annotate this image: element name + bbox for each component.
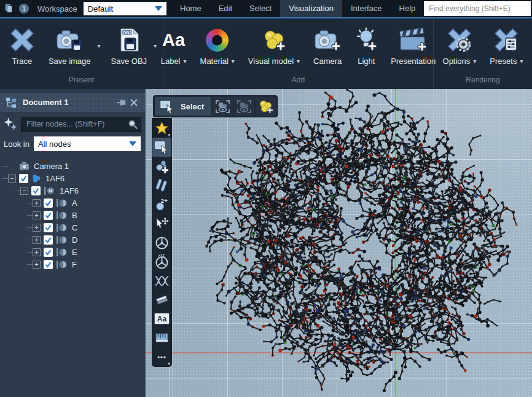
label-aa-icon: Aa bbox=[162, 31, 185, 49]
tree-node-label: E bbox=[72, 248, 77, 257]
chevron-down-icon bbox=[155, 6, 162, 11]
chain-icon bbox=[56, 198, 68, 208]
svg-text:2+: 2+ bbox=[161, 197, 168, 204]
more-tools-button[interactable]: •••▾ bbox=[152, 347, 171, 366]
tree-row-d-6[interactable]: +D bbox=[0, 234, 145, 246]
menu-home[interactable]: Home bbox=[171, 0, 210, 17]
visibility-checkbox[interactable] bbox=[31, 186, 41, 195]
ribbon-button-label: Options bbox=[443, 57, 471, 66]
pin-panel-button[interactable] bbox=[115, 96, 128, 109]
tree-row-camera-1-0[interactable]: Camera 1 bbox=[0, 160, 145, 172]
chevron-down-icon bbox=[129, 141, 136, 146]
bonds-tool-button[interactable] bbox=[152, 176, 171, 195]
rotate-navigation-tool-button[interactable] bbox=[152, 233, 171, 252]
look-in-dropdown[interactable]: All nodes bbox=[34, 136, 141, 151]
camera-add-icon bbox=[314, 28, 341, 52]
select-mode-button[interactable]: Select bbox=[155, 97, 211, 116]
menu-interface[interactable]: Interface bbox=[342, 0, 391, 17]
atoms-eye-icon bbox=[215, 100, 230, 114]
add-atom-icon bbox=[155, 159, 169, 173]
ribbon-button-light[interactable]: Light bbox=[350, 23, 383, 68]
tree-row-1af6-2[interactable]: −M1AF6 bbox=[0, 184, 145, 197]
ribbon-button-label: Save OBJ bbox=[111, 57, 147, 66]
visibility-checkbox[interactable] bbox=[44, 260, 53, 269]
charge-2plus-icon: 2+ bbox=[155, 197, 169, 211]
ribbon-button-camera[interactable]: Camera bbox=[308, 23, 347, 68]
ribbon-button-label: Presets bbox=[490, 57, 517, 66]
visibility-checkbox[interactable] bbox=[44, 235, 53, 245]
workspace-label: Workspace bbox=[37, 4, 77, 14]
expand-icon[interactable]: + bbox=[33, 248, 41, 256]
collapse-icon[interactable]: − bbox=[20, 187, 28, 195]
xyz-navigation-tool-button[interactable]: XYZ bbox=[152, 252, 171, 271]
move-tool-button[interactable] bbox=[152, 214, 171, 233]
ribbon-button-presets[interactable]: Presets▾ bbox=[484, 23, 528, 68]
visibility-checkbox[interactable] bbox=[19, 174, 28, 183]
ruler-tool-button[interactable] bbox=[152, 328, 171, 347]
tree-row-1af6-1[interactable]: −1AF6 bbox=[0, 172, 145, 184]
ribbon-button-save-obj[interactable]: OBJ Save OBJ ▾ bbox=[106, 23, 160, 68]
ribbon-button-visual-model[interactable]: Visual model▾ bbox=[243, 23, 305, 68]
ribbon-button-options[interactable]: Options▾ bbox=[437, 23, 482, 68]
add-atom-tool-button[interactable] bbox=[152, 157, 171, 176]
show-atoms-selection-button[interactable] bbox=[213, 97, 233, 116]
ruler-icon bbox=[155, 332, 169, 344]
chain-icon bbox=[56, 223, 68, 232]
tree-node-label: Camera 1 bbox=[34, 162, 69, 171]
menu-select[interactable]: Select bbox=[241, 0, 280, 17]
tree-connector bbox=[2, 178, 8, 179]
tree-connector bbox=[27, 215, 33, 216]
menu-edit[interactable]: Edit bbox=[210, 0, 241, 17]
ribbon-button-trace[interactable]: Trace bbox=[4, 23, 41, 68]
add-visual-model-button[interactable] bbox=[256, 97, 276, 116]
ribbon-button-label[interactable]: Aa Label▾ bbox=[155, 23, 192, 68]
ribbon-group-add: Aa Label▾ Material▾ Visual model▾ Camera… bbox=[163, 18, 434, 89]
visibility-checkbox[interactable] bbox=[44, 198, 53, 208]
ribbon-toolbar: Trace Save image ▾OBJ Save OBJ ▾PresentA… bbox=[0, 18, 532, 89]
label-tool-button[interactable]: Aa bbox=[152, 309, 171, 328]
eraser-tool-button[interactable] bbox=[152, 290, 171, 309]
twist-helix-tool-button[interactable] bbox=[152, 271, 171, 290]
expand-icon[interactable]: + bbox=[33, 211, 41, 219]
menu-visualization[interactable]: Visualization bbox=[280, 0, 342, 17]
look-in-value: All nodes bbox=[38, 140, 71, 149]
tree-connector bbox=[27, 240, 33, 240]
expand-icon[interactable]: + bbox=[33, 261, 41, 269]
tree-row-c-5[interactable]: +C bbox=[0, 221, 145, 234]
expand-icon[interactable]: + bbox=[33, 224, 41, 232]
tree-node-label: D bbox=[72, 235, 77, 245]
favorites-star-button[interactable]: ▾ bbox=[152, 119, 171, 138]
magnifier-icon[interactable] bbox=[128, 119, 138, 130]
expand-icon[interactable]: + bbox=[33, 236, 41, 244]
tree-row-e-7[interactable]: +E bbox=[0, 246, 145, 258]
molecule-render[interactable] bbox=[146, 89, 531, 397]
nav-wheel-icon bbox=[155, 235, 169, 250]
ribbon-group-rendering: Options▾ Presets▾ Rendering bbox=[434, 18, 532, 89]
collapse-icon[interactable]: − bbox=[8, 175, 16, 183]
expand-icon[interactable]: + bbox=[33, 199, 41, 207]
tree-node-label: 1AF6 bbox=[45, 174, 65, 183]
tree-row-f-8[interactable]: +F bbox=[0, 258, 145, 270]
visibility-checkbox[interactable] bbox=[44, 223, 53, 232]
charge-tool-button[interactable]: 2+ bbox=[152, 195, 171, 214]
tree-row-b-4[interactable]: +B bbox=[0, 209, 145, 221]
workspace-dropdown[interactable]: Default bbox=[84, 2, 166, 15]
select-tool-button[interactable] bbox=[152, 138, 171, 157]
sparkles-icon bbox=[2, 116, 18, 132]
save-obj-icon: OBJ bbox=[117, 27, 141, 53]
search-input[interactable] bbox=[424, 1, 531, 16]
visibility-checkbox[interactable] bbox=[44, 211, 53, 220]
ribbon-button-material[interactable]: Material▾ bbox=[195, 23, 240, 68]
tree-connector bbox=[2, 166, 8, 167]
save-image-icon bbox=[56, 27, 83, 53]
ribbon-button-presentation[interactable]: Presentation bbox=[385, 23, 441, 68]
close-panel-button[interactable] bbox=[128, 96, 140, 109]
filter-nodes-input[interactable] bbox=[21, 117, 141, 132]
visibility-checkbox[interactable] bbox=[44, 248, 53, 257]
ribbon-button-save-image[interactable]: Save image ▾ bbox=[43, 23, 103, 68]
close-icon bbox=[130, 98, 138, 107]
tree-row-a-3[interactable]: +A bbox=[0, 197, 145, 209]
menu-help[interactable]: Help bbox=[391, 0, 424, 17]
hide-atoms-selection-button[interactable] bbox=[234, 97, 254, 116]
ribbon-button-label: Light bbox=[358, 57, 375, 66]
